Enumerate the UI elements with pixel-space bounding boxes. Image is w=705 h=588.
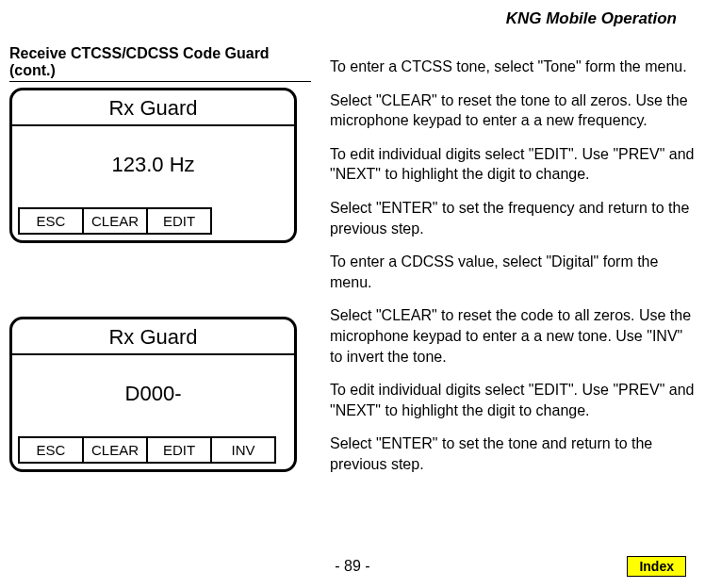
screen-cdcss-buttons: ESC CLEAR EDIT INV xyxy=(12,416,294,469)
screen-cdcss-title: Rx Guard xyxy=(12,319,294,355)
right-column: To enter a CTCSS tone, select "Tone" for… xyxy=(330,57,696,488)
edit-button[interactable]: EDIT xyxy=(146,207,212,235)
screen-cdcss-value: D000- xyxy=(12,355,294,416)
section-title: Receive CTCSS/CDCSS Code Guard (cont.) xyxy=(9,45,311,82)
screen-ctcss-buttons: ESC CLEAR EDIT xyxy=(12,187,294,240)
body-paragraph-3: To edit individual digits select "EDIT".… xyxy=(330,144,696,185)
clear-button[interactable]: CLEAR xyxy=(82,207,148,235)
index-link[interactable]: Index xyxy=(627,556,686,577)
esc-button[interactable]: ESC xyxy=(18,436,84,464)
page-number: - 89 - xyxy=(335,558,369,575)
screen-ctcss-value: 123.0 Hz xyxy=(12,126,294,187)
edit-button[interactable]: EDIT xyxy=(146,436,212,464)
inv-button[interactable]: INV xyxy=(210,436,276,464)
left-column: Receive CTCSS/CDCSS Code Guard (cont.) R… xyxy=(9,0,311,488)
body-paragraph-2: Select "CLEAR" to reset the tone to all … xyxy=(330,90,696,131)
page-header-title: KNG Mobile Operation xyxy=(506,0,705,36)
clear-button[interactable]: CLEAR xyxy=(82,436,148,464)
screen-cdcss: Rx Guard D000- ESC CLEAR EDIT INV xyxy=(9,317,297,472)
body-paragraph-4: Select "ENTER" to set the frequency and … xyxy=(330,198,696,238)
body-paragraph-5: To enter a CDCSS value, select "Digital"… xyxy=(330,252,696,292)
body-paragraph-6: Select "CLEAR" to reset the code to all … xyxy=(330,305,696,367)
screen-ctcss: Rx Guard 123.0 Hz ESC CLEAR EDIT xyxy=(9,88,297,243)
esc-button[interactable]: ESC xyxy=(18,207,84,235)
screen-ctcss-title: Rx Guard xyxy=(12,90,294,126)
body-paragraph-1: To enter a CTCSS tone, select "Tone" for… xyxy=(330,57,696,77)
body-paragraph-8: Select "ENTER" to set the tone and retur… xyxy=(330,433,696,474)
body-paragraph-7: To edit individual digits select "EDIT".… xyxy=(330,380,696,420)
